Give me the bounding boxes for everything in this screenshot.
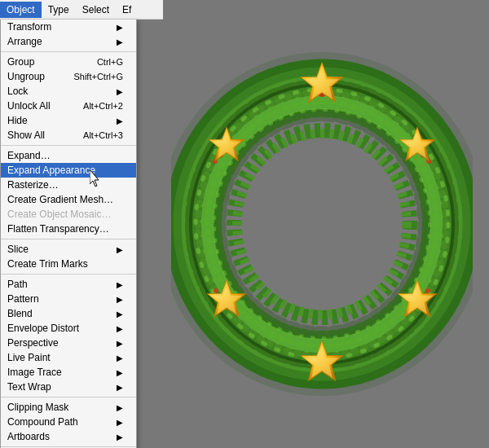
menu-item-arrange[interactable]: Arrange▶	[1, 34, 136, 49]
menu-item-label: Lock	[7, 86, 28, 97]
menu-separator	[1, 51, 136, 52]
menu-item-create-gradient-mesh-[interactable]: Create Gradient Mesh…	[1, 192, 136, 207]
menu-item-label: Clipping Mask	[7, 402, 68, 413]
wreath-image	[163, 8, 481, 440]
menu-item-label: Arrange	[7, 36, 42, 47]
menu-item-blend[interactable]: Blend▶	[1, 306, 136, 321]
menu-item-label: Flatten Transparency…	[7, 223, 109, 235]
menu-item-label: Rasterize…	[7, 179, 59, 191]
menu-item-label: Create Trim Marks	[7, 258, 88, 270]
menu-item-path[interactable]: Path▶	[1, 277, 136, 292]
menu-item-slice[interactable]: Slice▶	[1, 242, 136, 257]
svg-point-7	[237, 134, 407, 314]
menu-bar-select[interactable]: Select	[76, 2, 116, 18]
menu-separator	[1, 446, 136, 447]
submenu-arrow-icon: ▶	[117, 368, 123, 377]
menu-item-rasterize-[interactable]: Rasterize…	[1, 178, 136, 192]
submenu-arrow-icon: ▶	[117, 354, 123, 362]
menu-item-transform[interactable]: Transform▶	[1, 20, 136, 34]
menu-item-label: Hide	[7, 115, 28, 126]
object-dropdown-menu: Transform▶Arrange▶GroupCtrl+GUngroupShif…	[0, 20, 137, 448]
submenu-arrow-icon: ▶	[117, 23, 123, 32]
menu-item-label: Artboards	[7, 431, 50, 442]
menu-item-clipping-mask[interactable]: Clipping Mask▶	[1, 400, 136, 415]
submenu-arrow-icon: ▶	[117, 324, 123, 333]
menu-item-label: Create Object Mosaic…	[7, 209, 111, 220]
menu-item-expand-appearance[interactable]: Expand Appearance	[1, 163, 136, 178]
submenu-arrow-icon: ▶	[117, 383, 123, 392]
menu-bar-object[interactable]: Object	[0, 2, 42, 18]
menu-bar-effect[interactable]: Ef	[116, 2, 138, 18]
menu-item-show-all[interactable]: Show AllAlt+Ctrl+3	[1, 128, 136, 143]
menu-item-shortcut: Alt+Ctrl+3	[83, 130, 123, 140]
menu-item-ungroup[interactable]: UngroupShift+Ctrl+G	[1, 69, 136, 84]
menu-separator	[1, 397, 136, 397]
menu-item-label: Perspective	[7, 337, 59, 349]
menu-item-label: Pattern	[7, 293, 39, 305]
submenu-arrow-icon: ▶	[117, 433, 123, 441]
menu-item-artboards[interactable]: Artboards▶	[1, 429, 136, 444]
menu-item-unlock-all[interactable]: Unlock AllAlt+Ctrl+2	[1, 99, 136, 113]
menu-item-label: Text Wrap	[7, 381, 51, 393]
menu-item-live-paint[interactable]: Live Paint▶	[1, 350, 136, 365]
menu-item-create-trim-marks[interactable]: Create Trim Marks	[1, 257, 136, 271]
submenu-arrow-icon: ▶	[117, 339, 123, 348]
menu-item-lock[interactable]: Lock▶	[1, 84, 136, 99]
menu-separator	[1, 145, 136, 146]
submenu-arrow-icon: ▶	[117, 310, 123, 318]
submenu-arrow-icon: ▶	[117, 87, 123, 96]
menu-item-label: Ungroup	[7, 71, 45, 82]
menu-item-label: Create Gradient Mesh…	[7, 194, 113, 205]
menu-item-hide[interactable]: Hide▶	[1, 113, 136, 128]
submenu-arrow-icon: ▶	[117, 37, 123, 46]
submenu-arrow-icon: ▶	[117, 280, 123, 289]
menu-item-compound-path[interactable]: Compound Path▶	[1, 415, 136, 429]
menu-item-label: Compound Path	[7, 416, 78, 428]
menu-item-label: Envelope Distort	[7, 323, 79, 334]
menu-item-label: Expand Appearance	[7, 165, 95, 176]
menu-item-label: Image Trace	[7, 367, 62, 378]
menu-item-expand-[interactable]: Expand…	[1, 148, 136, 163]
menu-separator	[1, 274, 136, 275]
submenu-arrow-icon: ▶	[117, 245, 123, 254]
menu-item-shortcut: Ctrl+G	[97, 57, 123, 67]
menu-item-image-trace[interactable]: Image Trace▶	[1, 365, 136, 380]
menu-item-label: Expand…	[7, 150, 51, 161]
menu-bar-type[interactable]: Type	[42, 2, 76, 18]
menu-bar: Object Type Select Ef	[0, 0, 163, 20]
submenu-arrow-icon: ▶	[117, 418, 123, 427]
submenu-arrow-icon: ▶	[117, 295, 123, 304]
menu-item-label: Show All	[7, 130, 45, 141]
menu-item-pattern[interactable]: Pattern▶	[1, 292, 136, 306]
menu-separator	[1, 239, 136, 239]
menu-item-label: Transform	[7, 21, 51, 33]
menu-item-group[interactable]: GroupCtrl+G	[1, 55, 136, 69]
menu-item-shortcut: Shift+Ctrl+G	[73, 72, 123, 81]
menu-item-text-wrap[interactable]: Text Wrap▶	[1, 380, 136, 394]
menu-item-label: Live Paint	[7, 352, 51, 363]
svg-point-12	[220, 116, 424, 332]
menu-item-label: Blend	[7, 308, 33, 319]
menu-item-create-object-mosaic-: Create Object Mosaic…	[1, 207, 136, 222]
svg-point-23	[214, 288, 218, 293]
menu-item-envelope-distort[interactable]: Envelope Distort▶	[1, 321, 136, 336]
svg-point-25	[425, 288, 430, 293]
submenu-arrow-icon: ▶	[117, 116, 123, 125]
menu-item-label: Path	[7, 279, 28, 290]
menu-item-perspective[interactable]: Perspective▶	[1, 336, 136, 350]
submenu-arrow-icon: ▶	[117, 403, 123, 412]
menu-item-shortcut: Alt+Ctrl+2	[83, 101, 123, 111]
menu-item-label: Group	[7, 56, 34, 68]
menu-item-flatten-transparency-[interactable]: Flatten Transparency…	[1, 222, 136, 236]
menu-item-label: Slice	[7, 244, 29, 255]
menu-item-label: Unlock All	[7, 100, 51, 112]
